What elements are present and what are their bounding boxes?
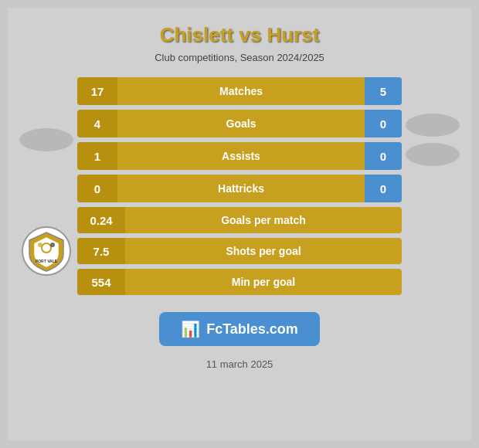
- stat-single-label: Shots per goal: [125, 245, 402, 257]
- left-oval-top: [19, 128, 73, 151]
- footer-date: 11 march 2025: [206, 358, 273, 370]
- main-stats-area: 17 Matches 5 4 Goals 0 1 Assists 0 0 Hat…: [15, 77, 464, 202]
- stat-label: Assists: [117, 150, 365, 162]
- svg-point-3: [50, 243, 55, 247]
- stat-single-left-value: 0.24: [77, 207, 125, 233]
- svg-text:PORT VALE: PORT VALE: [36, 259, 58, 263]
- stat-single-label: Goals per match: [125, 214, 402, 226]
- stats-rows: 17 Matches 5 4 Goals 0 1 Assists 0 0 Hat…: [77, 77, 402, 202]
- stat-row: 1 Assists 0: [77, 142, 402, 170]
- stat-right-value: 0: [365, 175, 402, 202]
- single-stats-rows: 0.24 Goals per match 7.5 Shots per goal …: [77, 207, 402, 295]
- stat-single-left-value: 7.5: [77, 238, 125, 264]
- stat-right-value: 0: [365, 142, 402, 170]
- stat-label: Hattricks: [117, 182, 365, 195]
- subtitle: Club competitions, Season 2024/2025: [155, 52, 324, 63]
- main-card: Chislett vs Hurst Club competitions, Sea…: [8, 8, 471, 440]
- right-ovals: [406, 114, 460, 166]
- page-title: Chislett vs Hurst: [160, 23, 320, 47]
- stat-single-label: Min per goal: [125, 276, 402, 288]
- fctables-label: FcTables.com: [206, 321, 298, 338]
- stat-label: Matches: [117, 85, 365, 97]
- stat-left-value: 4: [77, 110, 117, 137]
- stat-right-value: 0: [365, 110, 402, 137]
- stat-left-value: 17: [77, 77, 117, 105]
- stat-left-value: 1: [77, 142, 117, 170]
- stat-right-value: 5: [365, 77, 402, 105]
- right-oval-bottom: [406, 143, 460, 166]
- stat-row: 17 Matches 5: [77, 77, 402, 105]
- stat-row: 0 Hattricks 0: [77, 175, 402, 202]
- stat-label: Goals: [117, 117, 365, 130]
- team-logo: PORT VALE: [22, 226, 71, 276]
- stats-section: 17 Matches 5 4 Goals 0 1 Assists 0 0 Hat…: [15, 77, 464, 295]
- svg-point-2: [38, 243, 42, 247]
- single-stats-area: PORT VALE 0.24 Goals per match 7.5 Shots…: [15, 207, 464, 295]
- stat-row-single: 554 Min per goal: [77, 269, 402, 295]
- fctables-icon: 📊: [181, 320, 200, 338]
- stat-row-single: 0.24 Goals per match: [77, 207, 402, 233]
- right-oval-top: [406, 114, 460, 137]
- stat-row-single: 7.5 Shots per goal: [77, 238, 402, 264]
- stat-row: 4 Goals 0: [77, 110, 402, 137]
- stat-single-left-value: 554: [77, 269, 125, 295]
- fctables-banner: 📊 FcTables.com: [159, 312, 320, 346]
- left-logo-area: PORT VALE: [15, 226, 77, 276]
- stat-left-value: 0: [77, 175, 117, 202]
- right-avatar-area: [402, 114, 464, 166]
- left-avatar-area: [15, 128, 77, 151]
